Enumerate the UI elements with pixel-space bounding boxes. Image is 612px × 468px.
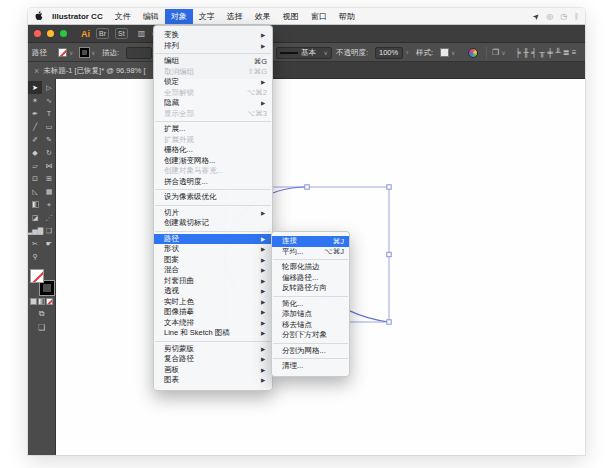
menubar-item-效果[interactable]: 效果 <box>249 9 277 24</box>
opacity-field[interactable]: 100% <box>375 47 403 59</box>
object-menu-item-混合[interactable]: 混合▶ <box>154 265 272 276</box>
object-menu-item-切片[interactable]: 切片▶ <box>154 208 272 219</box>
distribute-vertical-icon[interactable]: ≣ <box>562 48 570 57</box>
object-menu-item-创建裁切标记[interactable]: 创建裁切标记 <box>154 218 272 229</box>
path-submenu-item-偏移路径...[interactable]: 偏移路径... <box>272 273 349 284</box>
object-menu-item-剪切蒙版[interactable]: 剪切蒙版▶ <box>154 344 272 355</box>
object-menu-item-图像描摹[interactable]: 图像描摹▶ <box>154 307 272 318</box>
path-submenu-item-平均...[interactable]: 平均...⌥⌘J <box>272 247 349 258</box>
object-menu-item-透视[interactable]: 透视▶ <box>154 286 272 297</box>
pencil-tool[interactable]: ✎ <box>42 133 56 146</box>
arrange-documents-icon[interactable]: ▥ <box>138 29 146 38</box>
stock-button[interactable]: St <box>115 28 128 39</box>
chevron-down-icon[interactable]: ∨ <box>501 49 505 56</box>
clock-icon[interactable]: ◷ <box>560 12 567 21</box>
path-submenu-item-分割为网格...[interactable]: 分割为网格... <box>272 346 349 357</box>
object-menu-item-扩展...[interactable]: 扩展... <box>154 124 272 135</box>
minimize-window-button[interactable] <box>47 30 54 37</box>
align-vertical-center-icon[interactable]: ╪ <box>546 48 554 57</box>
paintbrush-tool[interactable]: ✐ <box>28 133 42 146</box>
object-menu-item-取消编组[interactable]: 取消编组⇧⌘G <box>154 67 272 78</box>
location-icon[interactable]: ➤ <box>530 10 541 21</box>
align-horizontal-right-icon[interactable]: ╡ <box>530 48 538 57</box>
apple-menu-icon[interactable] <box>32 11 46 21</box>
object-menu-item-封套扭曲[interactable]: 封套扭曲▶ <box>154 276 272 287</box>
fill-color-swatch[interactable] <box>58 48 67 57</box>
width-tool[interactable]: ⋈ <box>42 159 56 172</box>
shape-builder-tool[interactable]: ⊞ <box>42 172 56 185</box>
zoom-window-button[interactable] <box>60 30 67 37</box>
screen-mode-icon[interactable]: ❏ <box>38 323 45 332</box>
bluetooth-icon[interactable]: ᛒ <box>574 12 579 21</box>
slice-tool[interactable]: ✂ <box>28 237 42 250</box>
path-submenu-item-分割下方对象[interactable]: 分割下方对象 <box>272 330 349 341</box>
style-swatch[interactable] <box>440 48 449 57</box>
symbol-sprayer-tool[interactable]: ⋰ <box>42 211 56 224</box>
hand-tool[interactable]: ☛ <box>42 237 56 250</box>
close-window-button[interactable] <box>34 30 41 37</box>
align-vertical-top-icon[interactable]: ╥ <box>538 48 546 57</box>
rotate-tool[interactable]: ↻ <box>42 146 56 159</box>
gradient-mode-button[interactable] <box>38 298 45 305</box>
object-menu-item-变换[interactable]: 变换▶ <box>154 30 272 41</box>
object-menu-item-编组[interactable]: 编组⌘G <box>154 56 272 67</box>
object-menu-item-隐藏[interactable]: 隐藏▶ <box>154 98 272 109</box>
selection-tool[interactable]: ➤ <box>28 81 42 94</box>
object-menu-item-显示全部[interactable]: 显示全部⌥⌘3 <box>154 109 272 120</box>
path-submenu-item-简化...[interactable]: 简化... <box>272 299 349 310</box>
fill-stroke-indicator[interactable] <box>30 269 54 295</box>
object-menu-item-排列[interactable]: 排列▶ <box>154 41 272 52</box>
siri-icon[interactable]: ◎ <box>546 12 553 21</box>
column-graph-tool[interactable]: ▂▅▇ <box>28 224 42 237</box>
close-tab-icon[interactable]: × <box>34 66 39 76</box>
object-menu-item-拼合透明度...[interactable]: 拼合透明度... <box>154 177 272 188</box>
distribute-horizontal-icon[interactable]: ≡ <box>570 48 578 57</box>
menubar-item-帮助[interactable]: 帮助 <box>333 9 361 24</box>
eraser-tool[interactable]: ◆ <box>28 146 42 159</box>
object-menu-item-Line 和 Sketch 图稿[interactable]: Line 和 Sketch 图稿▶ <box>154 328 272 339</box>
object-menu-item-图案[interactable]: 图案▶ <box>154 255 272 266</box>
draw-mode-icon[interactable]: ⧉ <box>39 309 45 319</box>
path-submenu-item-添加锚点[interactable]: 添加锚点 <box>272 309 349 320</box>
eyedropper-tool[interactable]: ⌖ <box>42 198 56 211</box>
object-menu-item-创建渐变网格...[interactable]: 创建渐变网格... <box>154 156 272 167</box>
menubar-item-Illustrator CC[interactable]: Illustrator CC <box>46 9 109 24</box>
lasso-tool[interactable]: ∿ <box>42 94 56 107</box>
menubar-item-文字[interactable]: 文字 <box>193 9 221 24</box>
path-submenu-item-轮廓化描边[interactable]: 轮廓化描边 <box>272 262 349 273</box>
document-setup-icon[interactable]: ❐ <box>492 48 499 57</box>
object-menu-item-复合路径[interactable]: 复合路径▶ <box>154 354 272 365</box>
none-mode-button[interactable] <box>46 298 53 305</box>
menubar-item-编辑[interactable]: 编辑 <box>137 9 165 24</box>
brush-definition-dropdown[interactable]: 基本 ∨ <box>276 47 332 59</box>
opacity-stepper-icon[interactable]: › <box>406 43 409 62</box>
chevron-down-icon[interactable]: ∨ <box>451 49 455 56</box>
align-horizontal-center-icon[interactable]: ╫ <box>522 48 530 57</box>
object-menu-item-实时上色[interactable]: 实时上色▶ <box>154 297 272 308</box>
menubar-item-文件[interactable]: 文件 <box>109 9 137 24</box>
path-submenu-item-移去锚点[interactable]: 移去锚点 <box>272 320 349 331</box>
color-mode-button[interactable] <box>30 298 37 305</box>
perspective-grid-tool[interactable]: ◺ <box>28 185 42 198</box>
stroke-color-swatch[interactable] <box>80 48 89 57</box>
path-submenu-item-反转路径方向[interactable]: 反转路径方向 <box>272 283 349 294</box>
object-menu-item-创建对象马赛克...[interactable]: 创建对象马赛克... <box>154 166 272 177</box>
mesh-tool[interactable]: ▦ <box>42 185 56 198</box>
magic-wand-tool[interactable]: ✶ <box>28 94 42 107</box>
artboard-tool[interactable]: ❏ <box>42 224 56 237</box>
line-segment-tool[interactable]: ╱ <box>28 120 42 133</box>
bridge-button[interactable]: Br <box>96 28 109 39</box>
align-horizontal-left-icon[interactable]: ╞ <box>514 48 522 57</box>
chevron-down-icon[interactable]: ∨ <box>69 49 73 56</box>
menubar-item-窗口[interactable]: 窗口 <box>305 9 333 24</box>
stroke-indicator-swatch[interactable] <box>40 281 54 295</box>
direct-selection-tool[interactable]: ▷ <box>42 81 56 94</box>
object-menu-item-路径[interactable]: 路径▶ <box>154 234 272 245</box>
chevron-down-icon[interactable]: ∨ <box>91 49 95 56</box>
rectangle-tool[interactable]: ▭ <box>42 120 56 133</box>
menubar-item-选择[interactable]: 选择 <box>221 9 249 24</box>
object-menu-item-全部解锁[interactable]: 全部解锁⌥⌘2 <box>154 88 272 99</box>
zoom-tool[interactable]: ⚲ <box>28 250 42 263</box>
pen-tool[interactable]: ✒ <box>28 107 42 120</box>
recolor-artwork-icon[interactable] <box>468 48 478 58</box>
